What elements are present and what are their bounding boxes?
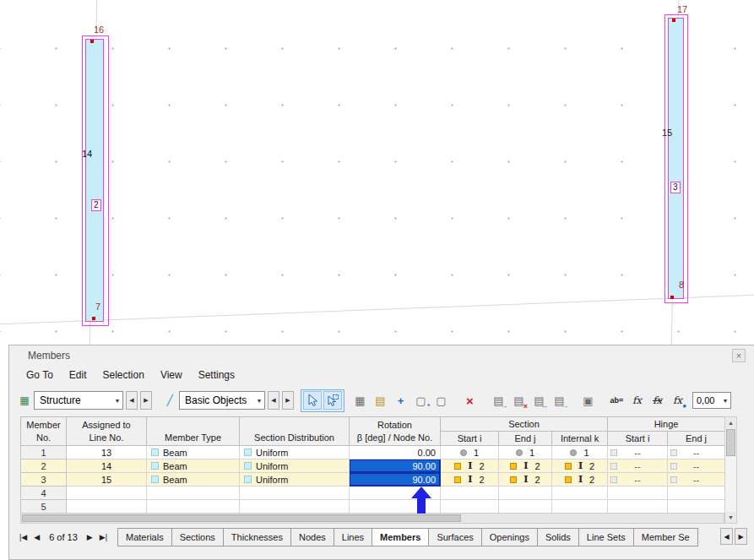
structure-select[interactable]: Structure ▾	[34, 391, 123, 410]
section-start-cell[interactable]	[441, 487, 499, 500]
tab-lines[interactable]: Lines	[334, 528, 372, 546]
member-type-cell[interactable]	[147, 487, 240, 500]
section-internal-cell[interactable]: I2	[552, 459, 608, 473]
section-start-cell[interactable]	[441, 500, 499, 514]
section-distribution-cell[interactable]: Uniform	[240, 473, 350, 487]
hinge-end-cell[interactable]	[668, 487, 725, 500]
menu-edit[interactable]: Edit	[69, 369, 87, 381]
scroll-down-icon[interactable]: ▼	[725, 512, 736, 523]
node-8-dot[interactable]	[670, 296, 674, 299]
tab-scroll-right-icon[interactable]: ▶	[735, 528, 747, 545]
section-distribution-cell[interactable]	[240, 500, 350, 514]
menu-view[interactable]: View	[160, 369, 182, 381]
table-list-icon[interactable]: ▦	[351, 392, 369, 410]
tab-solids[interactable]: Solids	[538, 528, 579, 546]
formula-global-icon[interactable]: fx●	[669, 392, 686, 410]
hinge-end-cell[interactable]: --	[668, 459, 725, 473]
node-17-dot[interactable]	[672, 19, 675, 22]
objects-prev-icon[interactable]: ◀	[268, 391, 279, 410]
line-no-cell[interactable]	[67, 500, 147, 514]
hinge-end-cell[interactable]: --	[668, 446, 725, 459]
member-2[interactable]: 16 14 2 7	[76, 24, 115, 331]
rotation-cell[interactable]: 0.00	[350, 446, 441, 459]
member-3[interactable]: 17 15 3 8	[659, 3, 697, 310]
section-distribution-cell[interactable]: Uniform	[240, 446, 350, 459]
vertical-scrollbar[interactable]: ▲ ▼	[724, 416, 737, 524]
menu-go-to[interactable]: Go To	[26, 369, 53, 381]
member-type-cell[interactable]: Beam	[147, 459, 240, 473]
section-start-cell[interactable]: I2	[441, 459, 499, 473]
value-field[interactable]: 0,00 ▾	[692, 392, 731, 409]
nav-last-icon[interactable]: ▶|	[96, 531, 111, 543]
row-number-cell[interactable]: 3	[21, 473, 67, 487]
hinge-start-cell[interactable]: --	[608, 446, 668, 459]
section-internal-cell[interactable]	[552, 500, 608, 514]
scrollbar-thumb[interactable]	[22, 514, 461, 522]
hinge-start-cell[interactable]	[608, 500, 668, 514]
select-pointer-icon[interactable]	[303, 391, 322, 410]
copy-row-icon[interactable]: ▤→	[490, 392, 507, 410]
node-16-dot[interactable]	[90, 40, 94, 43]
close-icon[interactable]: ×	[732, 349, 746, 362]
new-table-icon[interactable]: +	[392, 392, 410, 410]
move-row-icon[interactable]: ▤↔	[530, 392, 548, 410]
section-distribution-cell[interactable]	[240, 487, 350, 500]
section-internal-cell[interactable]: I2	[552, 473, 608, 487]
section-end-cell[interactable]	[499, 487, 552, 500]
select-window-icon[interactable]	[323, 391, 342, 410]
tab-line-sets[interactable]: Line Sets	[579, 528, 634, 546]
objects-next-icon[interactable]: ▶	[282, 391, 294, 410]
tab-thicknesses[interactable]: Thicknesses	[224, 528, 291, 546]
hinge-end-cell[interactable]: --	[668, 473, 725, 487]
tab-nodes[interactable]: Nodes	[291, 528, 334, 546]
section-internal-cell[interactable]	[552, 487, 608, 500]
node-7-dot[interactable]	[92, 317, 95, 320]
hinge-end-cell[interactable]	[668, 500, 725, 514]
nav-prev-icon[interactable]: ◀	[30, 531, 43, 543]
formula-icon[interactable]: fx	[628, 392, 646, 410]
rotation-cell-selected[interactable]: 90.00	[350, 473, 441, 487]
panel-layout-icon[interactable]: ▣	[579, 392, 597, 410]
line-no-cell[interactable]: 14	[67, 459, 147, 473]
table-settings-icon[interactable]: ▤	[372, 392, 389, 410]
hinge-start-cell[interactable]	[608, 487, 668, 500]
structure-prev-icon[interactable]: ◀	[126, 391, 138, 410]
nav-next-icon[interactable]: ▶	[84, 531, 96, 543]
rename-icon[interactable]: ab=	[608, 392, 626, 410]
structure-next-icon[interactable]: ▶	[140, 391, 152, 410]
hinge-start-cell[interactable]: --	[608, 473, 668, 487]
horizontal-scrollbar[interactable]	[20, 513, 724, 524]
section-end-cell[interactable]	[499, 500, 552, 514]
tab-openings[interactable]: Openings	[482, 528, 538, 546]
delete-icon[interactable]: ×	[461, 392, 479, 410]
export-row-icon[interactable]: ▤→	[551, 392, 568, 410]
tab-member-sets[interactable]: Member Se	[634, 528, 698, 546]
section-end-cell[interactable]: I2	[499, 473, 552, 487]
section-internal-cell[interactable]: 1	[552, 446, 608, 459]
member-type-cell[interactable]: Beam	[147, 446, 240, 459]
tab-sections[interactable]: Sections	[172, 528, 224, 546]
section-start-cell[interactable]: I2	[441, 473, 499, 487]
member-type-cell[interactable]	[147, 500, 240, 514]
row-number-cell[interactable]: 2	[21, 459, 67, 473]
model-viewport[interactable]: 16 14 2 7 17 15 3 8	[0, 0, 754, 345]
tab-surfaces[interactable]: Surfaces	[429, 528, 481, 546]
menu-settings[interactable]: Settings	[198, 369, 235, 381]
table-filter-icon[interactable]: ▢*	[412, 392, 430, 410]
menu-selection[interactable]: Selection	[103, 369, 144, 381]
line-no-cell[interactable]: 15	[67, 473, 147, 487]
formula-edit-icon[interactable]: fx	[648, 392, 666, 410]
nav-first-icon[interactable]: |◀	[16, 531, 30, 543]
member-body[interactable]	[668, 18, 684, 299]
scrollbar-thumb[interactable]	[726, 429, 735, 456]
window-icon[interactable]: ▢	[432, 392, 450, 410]
line-no-cell[interactable]	[67, 487, 147, 500]
tab-members[interactable]: Members	[372, 528, 429, 546]
section-end-cell[interactable]: 1	[499, 446, 552, 459]
row-number-cell[interactable]: 4	[21, 487, 67, 500]
row-number-cell[interactable]: 5	[21, 500, 67, 514]
section-start-cell[interactable]: 1	[441, 446, 499, 459]
line-no-cell[interactable]: 13	[67, 446, 147, 459]
row-number-cell[interactable]: 1	[21, 446, 67, 459]
hinge-start-cell[interactable]: --	[608, 459, 668, 473]
